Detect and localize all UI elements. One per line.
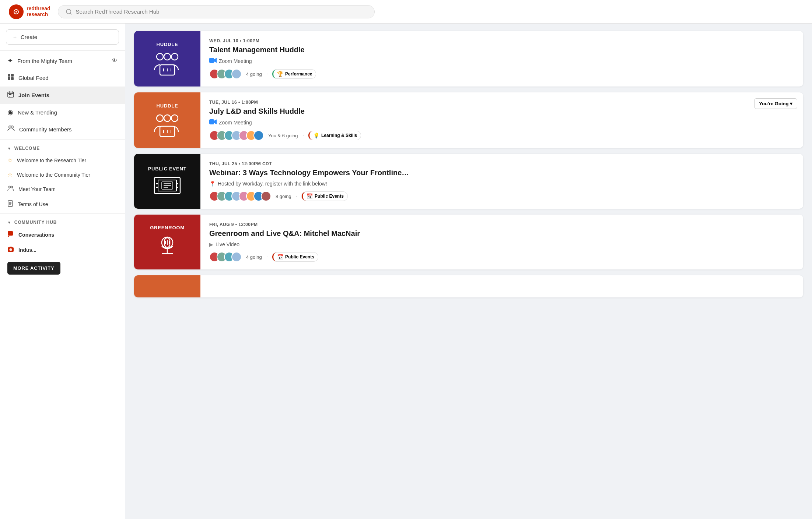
avatars bbox=[209, 69, 242, 79]
svg-point-30 bbox=[171, 53, 178, 60]
calendar-icon bbox=[7, 91, 14, 99]
going-text: 4 going bbox=[246, 71, 262, 77]
event-meta: 📍 Hosted by Workday, register with the l… bbox=[209, 181, 794, 187]
svg-point-29 bbox=[164, 53, 171, 60]
sidebar-item-label: Welcome to the Community Tier bbox=[17, 172, 90, 178]
tag-badge: 📅 Public Events bbox=[302, 192, 347, 201]
sidebar-item-from-mighty[interactable]: ✦ From the Mighty Team 👁 bbox=[0, 52, 125, 69]
sidebar-item-label: Meet Your Team bbox=[18, 186, 56, 192]
svg-point-17 bbox=[11, 126, 13, 128]
svg-rect-15 bbox=[9, 96, 10, 96]
event-thumbnail: HUDDLE bbox=[134, 31, 200, 86]
avatars bbox=[209, 191, 271, 201]
divider-1 bbox=[0, 50, 125, 51]
event-type-label: PUBLIC EVENT bbox=[148, 166, 187, 172]
event-meta: Zoom Meeting bbox=[209, 58, 794, 64]
event-date: TUE, JUL 16 • 1:00PM bbox=[209, 100, 794, 105]
svg-rect-27 bbox=[10, 247, 12, 248]
zoom-icon bbox=[209, 119, 217, 126]
community-hub-section-label[interactable]: ▼ COMMUNITY HUB bbox=[0, 215, 125, 227]
svg-rect-35 bbox=[210, 58, 214, 63]
svg-line-4 bbox=[70, 13, 71, 14]
main-content: HUDDLE WED, JUL 10 • 1:00PM Talent Manag… bbox=[125, 24, 812, 519]
event-type-label: GREENROOM bbox=[150, 225, 185, 230]
sidebar-item-global-feed[interactable]: Global Feed bbox=[0, 69, 125, 86]
zoom-icon bbox=[209, 58, 217, 64]
you-going-button[interactable]: You're Going ▾ bbox=[754, 98, 797, 109]
event-meta: ▶ Live Video bbox=[209, 241, 794, 247]
event-details: FRI, AUG 9 • 12:00PM Greenroom and Live … bbox=[200, 215, 803, 269]
team-icon bbox=[7, 186, 14, 193]
camera-icon bbox=[7, 246, 14, 254]
sidebar-item-label: Community Members bbox=[19, 126, 72, 133]
event-footer: You & 6 going · 💡 Learning & Skills bbox=[209, 130, 794, 141]
tag-label: Learning & Skills bbox=[321, 133, 357, 138]
sidebar-item-conversations[interactable]: Conversations bbox=[0, 227, 125, 243]
tag-label: Public Events bbox=[285, 254, 314, 260]
svg-rect-8 bbox=[11, 77, 14, 80]
svg-point-38 bbox=[171, 115, 178, 121]
event-card: HUDDLE TUE, JUL 16 • 1:00PM July L&D and… bbox=[134, 92, 803, 148]
event-thumbnail-partial bbox=[134, 275, 200, 297]
event-footer: 4 going · 📅 Public Events bbox=[209, 252, 794, 262]
sidebar-item-label: Global Feed bbox=[18, 75, 49, 81]
document-icon bbox=[7, 200, 13, 208]
sidebar-item-join-events[interactable]: Join Events bbox=[0, 86, 125, 104]
sidebar-item-new-trending[interactable]: ◉ New & Trending bbox=[0, 104, 125, 121]
sparkle-icon: ✦ bbox=[7, 57, 13, 65]
chat-icon bbox=[7, 231, 14, 239]
svg-rect-14 bbox=[10, 94, 11, 95]
event-title: Talent Management Huddle bbox=[209, 46, 794, 54]
star-icon: ☆ bbox=[7, 171, 13, 178]
event-type-label: HUDDLE bbox=[157, 103, 178, 109]
calendar-tag-icon: 📅 bbox=[277, 254, 283, 260]
event-meta: Zoom Meeting bbox=[209, 119, 794, 126]
section-title: WELCOME bbox=[14, 146, 40, 151]
tag-label: Performance bbox=[285, 71, 312, 77]
event-thumbnail: PUBLIC EVENT bbox=[134, 154, 200, 209]
sidebar-item-community-tier[interactable]: ☆ Welcome to the Community Tier bbox=[0, 167, 125, 182]
avatar bbox=[231, 69, 242, 79]
avatars bbox=[209, 252, 242, 262]
event-details: THU, JUL 25 • 12:00PM CDT Webinar: 3 Way… bbox=[200, 154, 803, 209]
avatar bbox=[231, 252, 242, 262]
welcome-section-label[interactable]: ▼ WELCOME bbox=[0, 141, 125, 153]
search-input[interactable] bbox=[76, 8, 367, 15]
chevron-down-icon: ▼ bbox=[7, 146, 11, 151]
create-button[interactable]: ＋ Create bbox=[6, 29, 119, 45]
svg-rect-7 bbox=[8, 77, 10, 80]
event-title: July L&D and Skills Huddle bbox=[209, 107, 794, 116]
sidebar-item-label: Conversations bbox=[18, 232, 54, 238]
more-activity-button[interactable]: MORE ACTIVITY bbox=[7, 262, 60, 275]
event-date: WED, JUL 10 • 1:00PM bbox=[209, 38, 794, 43]
sidebar-item-meet-team[interactable]: Meet Your Team bbox=[0, 182, 125, 197]
avatars bbox=[209, 130, 264, 141]
sidebar-item-industry[interactable]: Indus... bbox=[0, 243, 125, 257]
people-icon bbox=[7, 125, 15, 134]
svg-rect-24 bbox=[8, 231, 13, 236]
tag-label: Public Events bbox=[315, 194, 344, 199]
sidebar-item-label: New & Trending bbox=[18, 109, 57, 116]
avatar bbox=[253, 130, 264, 141]
search-icon bbox=[66, 8, 72, 15]
sidebar-item-terms[interactable]: Terms of Use bbox=[0, 197, 125, 212]
star-icon: ☆ bbox=[7, 157, 13, 164]
event-footer: 8 going · 📅 Public Events bbox=[209, 191, 794, 201]
grid-icon bbox=[7, 74, 14, 82]
avatar bbox=[261, 191, 271, 201]
event-thumbnail: GREENROOM bbox=[134, 215, 200, 269]
tag-badge: 📅 Public Events bbox=[272, 253, 318, 261]
logo[interactable]: redthread research bbox=[9, 4, 50, 19]
tag-badge: 🏆 Performance bbox=[272, 70, 316, 78]
svg-point-18 bbox=[9, 186, 11, 188]
event-card: PUBLIC EVENT THU, JUL 25 • 12:00PM CDT W… bbox=[134, 154, 803, 209]
search-bar[interactable] bbox=[58, 5, 375, 18]
going-text: 4 going bbox=[246, 254, 262, 260]
trending-icon: ◉ bbox=[7, 108, 13, 116]
trophy-icon: 🏆 bbox=[277, 71, 283, 77]
eye-icon[interactable]: 👁 bbox=[112, 57, 118, 64]
sidebar-item-research-tier[interactable]: ☆ Welcome to the Research Tier bbox=[0, 153, 125, 167]
sidebar-item-community-members[interactable]: Community Members bbox=[0, 121, 125, 138]
event-details: TUE, JUL 16 • 1:00PM July L&D and Skills… bbox=[200, 92, 803, 148]
logo-text: redthread research bbox=[27, 6, 50, 17]
